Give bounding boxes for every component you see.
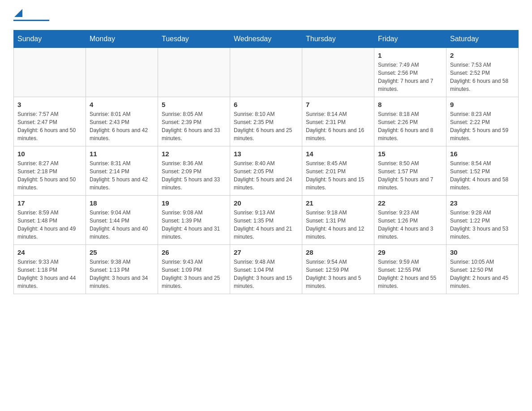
- col-saturday: Saturday: [446, 30, 519, 48]
- day-number: 14: [306, 150, 370, 158]
- calendar-cell: 27Sunrise: 9:48 AM Sunset: 1:04 PM Dayli…: [230, 245, 302, 294]
- calendar-cell: 29Sunrise: 9:59 AM Sunset: 12:55 PM Dayl…: [374, 245, 446, 294]
- calendar-cell: 1Sunrise: 7:49 AM Sunset: 2:56 PM Daylig…: [374, 48, 446, 97]
- calendar-cell: 10Sunrise: 8:27 AM Sunset: 2:18 PM Dayli…: [14, 146, 86, 196]
- day-info: Sunrise: 8:50 AM Sunset: 1:57 PM Dayligh…: [378, 159, 442, 192]
- day-number: 4: [90, 101, 154, 108]
- day-number: 19: [162, 199, 226, 207]
- calendar-cell: 24Sunrise: 9:33 AM Sunset: 1:18 PM Dayli…: [14, 245, 86, 294]
- day-number: 3: [17, 101, 82, 108]
- calendar-cell: 19Sunrise: 9:08 AM Sunset: 1:39 PM Dayli…: [158, 196, 230, 245]
- day-number: 17: [17, 199, 82, 207]
- header-row: Sunday Monday Tuesday Wednesday Thursday…: [14, 30, 519, 48]
- day-info: Sunrise: 8:14 AM Sunset: 2:31 PM Dayligh…: [306, 110, 370, 142]
- day-info: Sunrise: 8:45 AM Sunset: 2:01 PM Dayligh…: [306, 159, 370, 192]
- logo-triangle-icon: [14, 9, 22, 17]
- calendar-cell: 8Sunrise: 8:18 AM Sunset: 2:26 PM Daylig…: [374, 97, 446, 146]
- header: [13, 9, 519, 21]
- day-info: Sunrise: 8:40 AM Sunset: 2:05 PM Dayligh…: [234, 159, 298, 192]
- day-info: Sunrise: 9:33 AM Sunset: 1:18 PM Dayligh…: [17, 258, 82, 290]
- calendar-cell: 16Sunrise: 8:54 AM Sunset: 1:52 PM Dayli…: [446, 146, 519, 196]
- day-number: 2: [450, 51, 515, 59]
- day-number: 20: [234, 199, 298, 207]
- calendar-week-row: 17Sunrise: 8:59 AM Sunset: 1:48 PM Dayli…: [14, 196, 519, 245]
- day-info: Sunrise: 8:18 AM Sunset: 2:26 PM Dayligh…: [378, 110, 442, 142]
- day-info: Sunrise: 10:05 AM Sunset: 12:50 PM Dayli…: [450, 258, 515, 290]
- calendar-cell: [230, 48, 302, 97]
- day-info: Sunrise: 7:57 AM Sunset: 2:47 PM Dayligh…: [17, 110, 82, 142]
- calendar-week-row: 1Sunrise: 7:49 AM Sunset: 2:56 PM Daylig…: [14, 48, 519, 97]
- day-info: Sunrise: 8:31 AM Sunset: 2:14 PM Dayligh…: [90, 159, 154, 192]
- calendar-cell: 7Sunrise: 8:14 AM Sunset: 2:31 PM Daylig…: [302, 97, 374, 146]
- calendar-week-row: 24Sunrise: 9:33 AM Sunset: 1:18 PM Dayli…: [14, 245, 519, 294]
- logo-underline: [13, 20, 49, 21]
- day-number: 24: [17, 248, 82, 256]
- day-number: 16: [450, 150, 515, 158]
- calendar-week-row: 10Sunrise: 8:27 AM Sunset: 2:18 PM Dayli…: [14, 146, 519, 196]
- day-number: 29: [378, 248, 442, 256]
- day-info: Sunrise: 9:23 AM Sunset: 1:26 PM Dayligh…: [378, 209, 442, 241]
- day-number: 27: [234, 248, 298, 256]
- day-number: 13: [234, 150, 298, 158]
- day-info: Sunrise: 7:49 AM Sunset: 2:56 PM Dayligh…: [378, 61, 442, 93]
- day-info: Sunrise: 8:54 AM Sunset: 1:52 PM Dayligh…: [450, 159, 515, 192]
- col-friday: Friday: [374, 30, 446, 48]
- day-info: Sunrise: 9:59 AM Sunset: 12:55 PM Daylig…: [378, 258, 442, 290]
- day-info: Sunrise: 9:28 AM Sunset: 1:22 PM Dayligh…: [450, 209, 515, 241]
- day-info: Sunrise: 9:43 AM Sunset: 1:09 PM Dayligh…: [162, 258, 226, 290]
- logo-area: [13, 9, 49, 21]
- col-tuesday: Tuesday: [158, 30, 230, 48]
- day-info: Sunrise: 9:08 AM Sunset: 1:39 PM Dayligh…: [162, 209, 226, 241]
- day-number: 5: [162, 101, 226, 108]
- day-number: 15: [378, 150, 442, 158]
- day-number: 12: [162, 150, 226, 158]
- calendar-cell: 6Sunrise: 8:10 AM Sunset: 2:35 PM Daylig…: [230, 97, 302, 146]
- calendar-cell: [158, 48, 230, 97]
- calendar-cell: 28Sunrise: 9:54 AM Sunset: 12:59 PM Dayl…: [302, 245, 374, 294]
- col-monday: Monday: [86, 30, 158, 48]
- calendar-cell: 20Sunrise: 9:13 AM Sunset: 1:35 PM Dayli…: [230, 196, 302, 245]
- day-number: 11: [90, 150, 154, 158]
- day-info: Sunrise: 8:23 AM Sunset: 2:22 PM Dayligh…: [450, 110, 515, 142]
- svg-marker-0: [14, 9, 22, 17]
- day-info: Sunrise: 9:48 AM Sunset: 1:04 PM Dayligh…: [234, 258, 298, 290]
- calendar-cell: 5Sunrise: 8:05 AM Sunset: 2:39 PM Daylig…: [158, 97, 230, 146]
- col-thursday: Thursday: [302, 30, 374, 48]
- calendar-cell: 21Sunrise: 9:18 AM Sunset: 1:31 PM Dayli…: [302, 196, 374, 245]
- day-number: 1: [378, 51, 442, 59]
- calendar-table: Sunday Monday Tuesday Wednesday Thursday…: [13, 30, 519, 294]
- day-number: 7: [306, 101, 370, 108]
- calendar-cell: 26Sunrise: 9:43 AM Sunset: 1:09 PM Dayli…: [158, 245, 230, 294]
- day-number: 25: [90, 248, 154, 256]
- day-info: Sunrise: 8:10 AM Sunset: 2:35 PM Dayligh…: [234, 110, 298, 142]
- calendar-cell: 15Sunrise: 8:50 AM Sunset: 1:57 PM Dayli…: [374, 146, 446, 196]
- day-info: Sunrise: 9:18 AM Sunset: 1:31 PM Dayligh…: [306, 209, 370, 241]
- day-number: 30: [450, 248, 515, 256]
- calendar-cell: 4Sunrise: 8:01 AM Sunset: 2:43 PM Daylig…: [86, 97, 158, 146]
- col-wednesday: Wednesday: [230, 30, 302, 48]
- day-number: 6: [234, 101, 298, 108]
- col-sunday: Sunday: [14, 30, 86, 48]
- day-number: 8: [378, 101, 442, 108]
- day-number: 9: [450, 101, 515, 108]
- calendar-cell: 18Sunrise: 9:04 AM Sunset: 1:44 PM Dayli…: [86, 196, 158, 245]
- day-info: Sunrise: 9:38 AM Sunset: 1:13 PM Dayligh…: [90, 258, 154, 290]
- calendar-cell: 17Sunrise: 8:59 AM Sunset: 1:48 PM Dayli…: [14, 196, 86, 245]
- day-info: Sunrise: 8:27 AM Sunset: 2:18 PM Dayligh…: [17, 159, 82, 192]
- calendar-cell: [14, 48, 86, 97]
- calendar-cell: [86, 48, 158, 97]
- calendar-cell: 30Sunrise: 10:05 AM Sunset: 12:50 PM Day…: [446, 245, 519, 294]
- calendar-cell: 2Sunrise: 7:53 AM Sunset: 2:52 PM Daylig…: [446, 48, 519, 97]
- calendar-cell: 3Sunrise: 7:57 AM Sunset: 2:47 PM Daylig…: [14, 97, 86, 146]
- day-number: 23: [450, 199, 515, 207]
- calendar-cell: 22Sunrise: 9:23 AM Sunset: 1:26 PM Dayli…: [374, 196, 446, 245]
- day-number: 28: [306, 248, 370, 256]
- calendar-cell: [302, 48, 374, 97]
- calendar-cell: 25Sunrise: 9:38 AM Sunset: 1:13 PM Dayli…: [86, 245, 158, 294]
- calendar-cell: 9Sunrise: 8:23 AM Sunset: 2:22 PM Daylig…: [446, 97, 519, 146]
- day-info: Sunrise: 8:59 AM Sunset: 1:48 PM Dayligh…: [17, 209, 82, 241]
- calendar-cell: 11Sunrise: 8:31 AM Sunset: 2:14 PM Dayli…: [86, 146, 158, 196]
- calendar-week-row: 3Sunrise: 7:57 AM Sunset: 2:47 PM Daylig…: [14, 97, 519, 146]
- day-number: 10: [17, 150, 82, 158]
- day-info: Sunrise: 9:13 AM Sunset: 1:35 PM Dayligh…: [234, 209, 298, 241]
